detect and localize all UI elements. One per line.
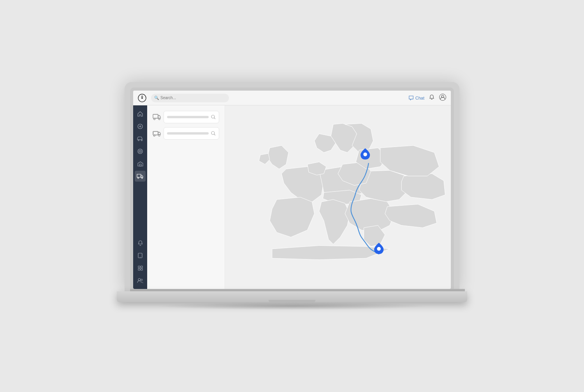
svg-point-13 xyxy=(138,177,139,178)
svg-line-34 xyxy=(214,134,215,135)
laptop-wrapper: 🔍 Chat xyxy=(117,82,467,310)
left-panel xyxy=(147,105,225,289)
logo-icon xyxy=(138,94,146,102)
svg-rect-18 xyxy=(141,266,142,268)
svg-rect-23 xyxy=(153,114,158,118)
global-search-bar[interactable]: 🔍 xyxy=(151,94,229,102)
svg-point-37 xyxy=(377,247,381,251)
svg-point-7 xyxy=(138,140,139,141)
route-field-row-1 xyxy=(153,111,219,123)
sidebar-item-tracking[interactable] xyxy=(135,146,146,157)
map-area xyxy=(225,105,451,289)
svg-point-16 xyxy=(140,257,141,258)
user-avatar-icon[interactable] xyxy=(439,94,446,102)
svg-point-30 xyxy=(158,135,160,136)
global-search-icon: 🔍 xyxy=(154,96,159,100)
sidebar-item-transport[interactable] xyxy=(135,171,146,182)
sidebar-item-vehicles[interactable] xyxy=(135,133,146,144)
svg-point-8 xyxy=(141,140,142,141)
svg-point-1 xyxy=(141,97,143,99)
top-bar-right: Chat xyxy=(408,94,446,102)
origin-search-field[interactable] xyxy=(164,111,219,123)
content-area xyxy=(147,105,451,289)
svg-point-36 xyxy=(363,152,367,156)
svg-point-22 xyxy=(141,279,142,280)
global-search-input[interactable] xyxy=(160,96,226,100)
svg-point-26 xyxy=(211,115,215,118)
sidebar-item-home[interactable] xyxy=(135,108,146,119)
laptop-screen-outer: 🔍 Chat xyxy=(125,82,459,291)
svg-point-21 xyxy=(138,278,141,281)
destination-placeholder xyxy=(167,132,209,135)
svg-rect-12 xyxy=(139,164,141,166)
svg-rect-19 xyxy=(138,268,140,270)
laptop-base xyxy=(117,291,467,302)
origin-search-icon xyxy=(211,115,216,119)
destination-search-icon xyxy=(211,131,216,136)
sidebar-item-warehouse[interactable] xyxy=(135,158,146,169)
sidebar xyxy=(133,105,147,289)
notification-bell-icon[interactable] xyxy=(429,94,434,101)
top-bar: 🔍 Chat xyxy=(133,91,451,105)
origin-placeholder xyxy=(167,116,209,118)
svg-rect-20 xyxy=(141,268,142,270)
truck-icon-1 xyxy=(153,114,161,121)
sidebar-item-users[interactable] xyxy=(135,275,146,286)
main-area xyxy=(133,105,451,289)
sidebar-item-add[interactable] xyxy=(135,121,146,132)
svg-rect-17 xyxy=(138,266,140,268)
svg-line-27 xyxy=(214,118,215,119)
svg-point-11 xyxy=(140,151,141,152)
chat-label: Chat xyxy=(415,96,424,100)
sidebar-item-grid[interactable] xyxy=(135,262,146,273)
destination-search-field[interactable] xyxy=(164,127,219,140)
laptop-screen-bezel: 🔍 Chat xyxy=(130,88,454,289)
chat-button[interactable]: Chat xyxy=(408,95,424,101)
sidebar-item-tablet[interactable] xyxy=(135,250,146,261)
chat-bubble-icon xyxy=(408,95,414,101)
sidebar-item-notifications[interactable] xyxy=(135,238,146,248)
laptop-shadow xyxy=(156,302,428,310)
svg-point-14 xyxy=(142,177,143,178)
truck-icon-2 xyxy=(153,130,161,137)
svg-point-33 xyxy=(211,131,215,135)
route-field-row-2 xyxy=(153,127,219,140)
laptop-screen: 🔍 Chat xyxy=(133,91,451,289)
europe-map xyxy=(225,105,451,289)
